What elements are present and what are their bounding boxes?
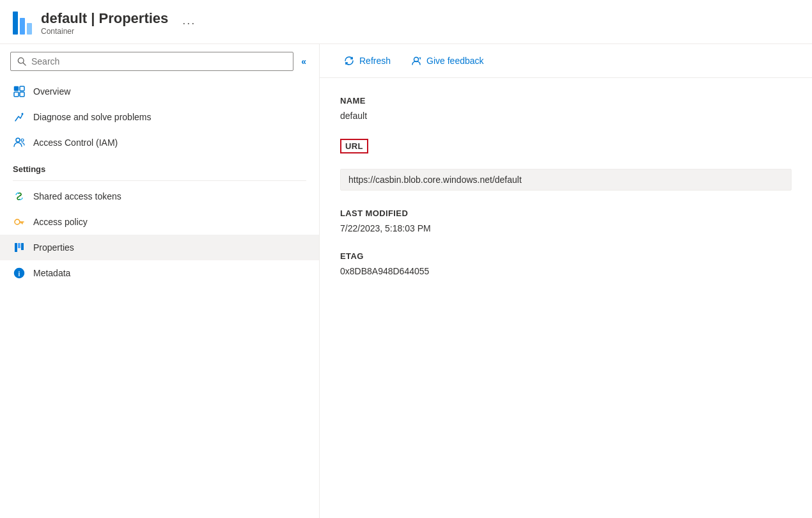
info-icon: i <box>13 267 26 279</box>
search-input[interactable] <box>31 56 286 67</box>
toolbar: Refresh Give feedback <box>320 44 812 78</box>
page-title: default | Properties <box>41 10 168 27</box>
settings-section-header: Settings <box>0 155 319 178</box>
page-subtitle: Container <box>41 27 168 36</box>
svg-text:i: i <box>19 271 20 278</box>
url-label: URL <box>340 139 368 153</box>
key-icon <box>13 216 26 228</box>
svg-point-6 <box>22 113 24 115</box>
content-pane: Refresh Give feedback NAME default URL <box>320 44 812 518</box>
etag-value: 0x8DB8A948D644055 <box>340 266 792 276</box>
properties-content: NAME default URL LAST MODIFIED 7/22/2023… <box>320 78 812 312</box>
sidebar-item-label-metadata: Metadata <box>33 268 70 278</box>
last-modified-value: 7/22/2023, 5:18:03 PM <box>340 223 792 233</box>
sidebar: « Overview Diagnose and so <box>0 44 320 518</box>
svg-point-8 <box>21 139 24 141</box>
svg-rect-3 <box>14 92 19 97</box>
iam-icon <box>13 136 26 149</box>
sidebar-item-metadata[interactable]: i Metadata <box>0 260 319 286</box>
azure-logo <box>13 12 32 35</box>
page-header: default | Properties Container ··· <box>0 0 812 44</box>
url-section: URL <box>340 139 792 191</box>
sidebar-item-label-properties: Properties <box>33 242 74 253</box>
logo-bar-3 <box>27 23 32 35</box>
header-title-block: default | Properties Container <box>41 10 168 36</box>
search-wrapper[interactable] <box>10 52 293 71</box>
sidebar-item-shared-access[interactable]: Shared access tokens <box>0 184 319 209</box>
settings-divider <box>13 180 306 181</box>
search-icon <box>17 57 26 66</box>
refresh-icon <box>344 56 354 66</box>
sidebar-item-label-diagnose: Diagnose and solve problems <box>33 112 151 122</box>
logo-bar-1 <box>13 12 18 35</box>
refresh-label: Refresh <box>359 56 391 66</box>
svg-rect-12 <box>21 243 24 250</box>
svg-rect-5 <box>20 92 24 97</box>
feedback-icon <box>411 56 421 66</box>
overview-icon <box>13 85 26 98</box>
svg-rect-4 <box>20 86 24 91</box>
sidebar-item-label-access-policy: Access policy <box>33 217 88 227</box>
search-row: « <box>0 52 319 79</box>
sidebar-item-label-shared-access: Shared access tokens <box>33 191 121 201</box>
svg-rect-2 <box>14 86 19 91</box>
sidebar-item-access-policy[interactable]: Access policy <box>0 209 319 235</box>
etag-section: ETAG 0x8DB8A948D644055 <box>340 251 792 276</box>
name-section: NAME default <box>340 96 792 121</box>
refresh-button[interactable]: Refresh <box>335 51 400 71</box>
sidebar-item-label-overview: Overview <box>33 86 70 97</box>
sidebar-item-label-iam: Access Control (IAM) <box>33 137 118 148</box>
properties-icon <box>13 241 26 254</box>
last-modified-section: LAST MODIFIED 7/22/2023, 5:18:03 PM <box>340 208 792 233</box>
svg-line-1 <box>23 63 26 65</box>
diagnose-icon <box>13 111 26 123</box>
sidebar-item-overview[interactable]: Overview <box>0 79 319 104</box>
svg-point-9 <box>15 219 20 224</box>
svg-rect-11 <box>18 243 20 248</box>
more-options-button[interactable]: ··· <box>177 14 201 33</box>
url-value[interactable] <box>340 169 792 191</box>
sidebar-item-diagnose[interactable]: Diagnose and solve problems <box>0 104 319 130</box>
svg-point-7 <box>16 138 20 142</box>
main-layout: « Overview Diagnose and so <box>0 44 812 518</box>
name-label: NAME <box>340 96 792 106</box>
sidebar-item-properties[interactable]: Properties <box>0 235 319 260</box>
logo-bar-2 <box>20 18 25 35</box>
link-icon <box>13 190 26 203</box>
feedback-button[interactable]: Give feedback <box>402 51 493 71</box>
last-modified-label: LAST MODIFIED <box>340 208 792 218</box>
name-value: default <box>340 111 792 121</box>
etag-label: ETAG <box>340 251 792 261</box>
feedback-label: Give feedback <box>426 56 484 66</box>
sidebar-item-iam[interactable]: Access Control (IAM) <box>0 130 319 155</box>
svg-rect-10 <box>15 243 17 252</box>
collapse-button[interactable]: « <box>299 54 309 69</box>
